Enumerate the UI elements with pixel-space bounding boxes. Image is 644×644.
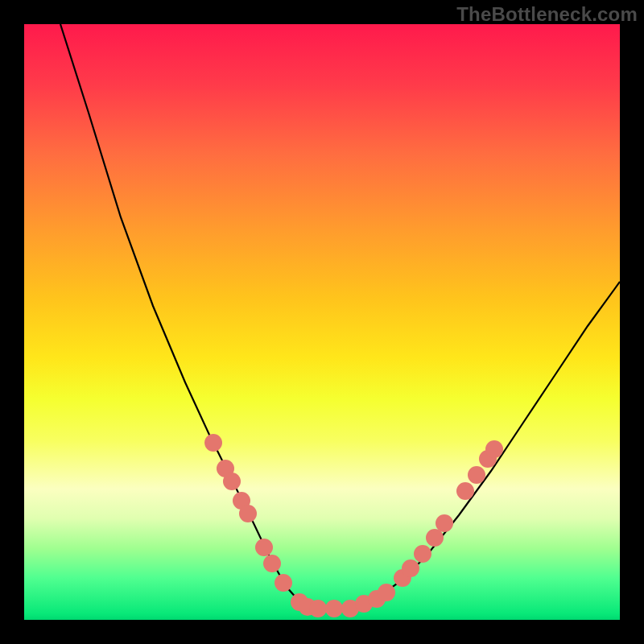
curve-marker: [309, 600, 327, 617]
curve-marker: [436, 514, 453, 532]
chart-plot-area: [24, 24, 620, 620]
curve-marker: [485, 440, 503, 458]
curve-marker: [402, 559, 419, 577]
curve-marker: [325, 600, 343, 617]
curve-marker: [204, 434, 222, 452]
curve-marker: [414, 545, 431, 563]
curve-marker: [263, 555, 281, 572]
bottleneck-curve: [24, 24, 620, 620]
watermark-text: TheBottleneck.com: [456, 3, 638, 26]
chart-frame: TheBottleneck.com: [0, 0, 644, 644]
curve-marker: [255, 539, 273, 556]
curve-marker: [468, 466, 485, 484]
curve-marker: [378, 584, 395, 601]
curve-marker: [456, 482, 474, 500]
curve-marker: [239, 505, 257, 522]
curve-marker: [223, 473, 241, 490]
curve-marker: [275, 574, 292, 592]
